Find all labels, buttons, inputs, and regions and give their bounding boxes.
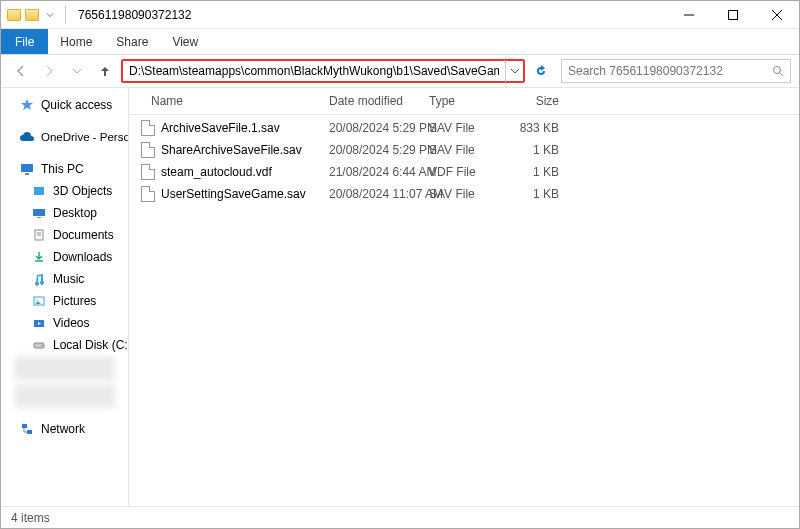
- cloud-icon: [19, 129, 35, 145]
- sidebar-quick-access[interactable]: Quick access: [1, 94, 128, 116]
- svg-rect-9: [33, 209, 45, 216]
- sidebar-item-desktop[interactable]: Desktop: [1, 202, 128, 224]
- content-area: Quick access OneDrive - Personal This PC…: [1, 87, 799, 506]
- sidebar-item-icon: [31, 249, 47, 265]
- sidebar-item-icon: [31, 315, 47, 331]
- address-dropdown-icon[interactable]: [505, 60, 523, 82]
- sidebar-item-documents[interactable]: Documents: [1, 224, 128, 246]
- svg-rect-10: [37, 217, 41, 218]
- title-bar: 76561198090372132: [1, 1, 799, 29]
- file-size: 1 KB: [499, 164, 569, 180]
- minimize-button[interactable]: [667, 1, 711, 29]
- sidebar-item-local-disk-c-[interactable]: Local Disk (C:): [1, 334, 128, 356]
- share-tab[interactable]: Share: [104, 29, 160, 54]
- sidebar-item-label: Videos: [53, 316, 89, 330]
- sidebar-item-icon: [31, 227, 47, 243]
- svg-rect-8: [34, 187, 44, 195]
- file-type: SAV File: [419, 120, 499, 136]
- svg-rect-6: [21, 164, 33, 172]
- file-name: ArchiveSaveFile.1.sav: [161, 121, 280, 135]
- sidebar-onedrive[interactable]: OneDrive - Personal: [1, 126, 128, 148]
- search-input[interactable]: [568, 64, 772, 78]
- file-size: 1 KB: [499, 186, 569, 202]
- sidebar-item-label: Music: [53, 272, 84, 286]
- column-header-date[interactable]: Date modified: [319, 92, 419, 110]
- file-type: VDF File: [419, 164, 499, 180]
- recent-locations-button[interactable]: [65, 59, 89, 83]
- file-row[interactable]: UserSettingSaveGame.sav20/08/2024 11:07 …: [129, 183, 799, 205]
- navigation-pane[interactable]: Quick access OneDrive - Personal This PC…: [1, 88, 129, 506]
- sidebar-item-label: Pictures: [53, 294, 96, 308]
- file-list-area: Name Date modified Type Size ArchiveSave…: [129, 88, 799, 506]
- svg-rect-21: [27, 430, 32, 434]
- file-icon: [141, 142, 155, 158]
- address-bar[interactable]: [121, 59, 525, 83]
- file-size: 1 KB: [499, 142, 569, 158]
- up-button[interactable]: [93, 59, 117, 83]
- file-icon: [141, 186, 155, 202]
- svg-point-4: [774, 67, 781, 74]
- sidebar-item-3d-objects[interactable]: 3D Objects: [1, 180, 128, 202]
- svg-rect-7: [25, 173, 29, 175]
- sidebar-item-icon: [31, 271, 47, 287]
- home-tab[interactable]: Home: [48, 29, 104, 54]
- file-list[interactable]: ArchiveSaveFile.1.sav20/08/2024 5:29 PMS…: [129, 115, 799, 506]
- column-header-name[interactable]: Name: [129, 92, 319, 110]
- status-text: 4 items: [11, 511, 50, 525]
- maximize-button[interactable]: [711, 1, 755, 29]
- refresh-button[interactable]: [529, 59, 553, 83]
- sidebar-item-pictures[interactable]: Pictures: [1, 290, 128, 312]
- sidebar-item-label: Documents: [53, 228, 114, 242]
- sidebar-item-icon: [31, 183, 47, 199]
- sidebar-item-label: Local Disk (C:): [53, 338, 129, 352]
- file-icon: [141, 164, 155, 180]
- sidebar-label: This PC: [41, 162, 84, 176]
- file-icon: [141, 120, 155, 136]
- sidebar-item-icon: [31, 337, 47, 353]
- sidebar-item-videos[interactable]: Videos: [1, 312, 128, 334]
- sidebar-item-music[interactable]: Music: [1, 268, 128, 290]
- file-date: 21/08/2024 6:44 AM: [319, 164, 419, 180]
- sidebar-obscured-item: [15, 384, 115, 408]
- column-header-size[interactable]: Size: [499, 92, 569, 110]
- qat-open-icon[interactable]: [25, 9, 39, 21]
- sidebar-item-label: Downloads: [53, 250, 112, 264]
- window-title: 76561198090372132: [72, 8, 191, 22]
- file-row[interactable]: steam_autocloud.vdf21/08/2024 6:44 AMVDF…: [129, 161, 799, 183]
- sidebar-item-label: Desktop: [53, 206, 97, 220]
- sidebar-label: OneDrive - Personal: [41, 131, 129, 143]
- quick-access-toolbar: [1, 6, 72, 24]
- network-icon: [19, 421, 35, 437]
- sidebar-this-pc[interactable]: This PC: [1, 158, 128, 180]
- file-row[interactable]: ArchiveSaveFile.1.sav20/08/2024 5:29 PMS…: [129, 117, 799, 139]
- svg-point-16: [36, 299, 38, 301]
- sidebar-network[interactable]: Network: [1, 418, 128, 440]
- file-row[interactable]: ShareArchiveSaveFile.sav20/08/2024 5:29 …: [129, 139, 799, 161]
- forward-button[interactable]: [37, 59, 61, 83]
- file-size: 833 KB: [499, 120, 569, 136]
- file-name: UserSettingSaveGame.sav: [161, 187, 306, 201]
- view-tab[interactable]: View: [160, 29, 210, 54]
- column-header-type[interactable]: Type: [419, 92, 499, 110]
- address-input[interactable]: [123, 64, 505, 78]
- sidebar-item-downloads[interactable]: Downloads: [1, 246, 128, 268]
- qat-dropdown-icon[interactable]: [45, 10, 55, 20]
- file-type: SAV File: [419, 186, 499, 202]
- file-name: steam_autocloud.vdf: [161, 165, 272, 179]
- address-bar-row: [1, 55, 799, 87]
- close-button[interactable]: [755, 1, 799, 29]
- search-box[interactable]: [561, 59, 791, 83]
- app-folder-icon[interactable]: [7, 9, 21, 21]
- svg-rect-20: [22, 424, 27, 428]
- sidebar-obscured-item: [15, 356, 115, 380]
- file-date: 20/08/2024 11:07 AM: [319, 186, 419, 202]
- back-button[interactable]: [9, 59, 33, 83]
- file-date: 20/08/2024 5:29 PM: [319, 120, 419, 136]
- svg-rect-1: [729, 10, 738, 19]
- file-name: ShareArchiveSaveFile.sav: [161, 143, 302, 157]
- file-tab[interactable]: File: [1, 29, 48, 54]
- status-bar: 4 items: [1, 506, 799, 528]
- monitor-icon: [19, 161, 35, 177]
- column-headers: Name Date modified Type Size: [129, 88, 799, 115]
- sidebar-label: Network: [41, 422, 85, 436]
